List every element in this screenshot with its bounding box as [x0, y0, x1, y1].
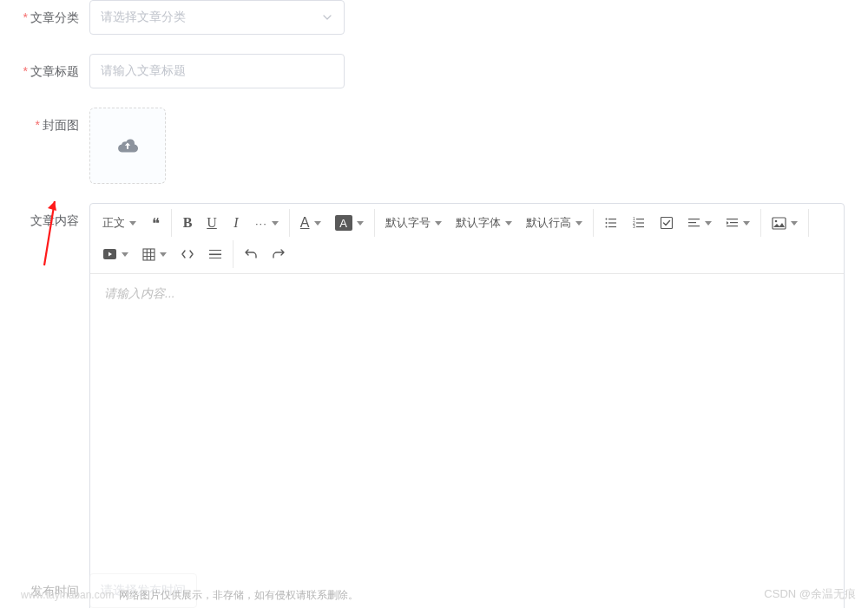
align-icon [687, 217, 700, 230]
svg-rect-12 [661, 218, 672, 229]
svg-point-0 [605, 219, 607, 220]
svg-rect-1 [608, 219, 616, 219]
indent-icon [726, 217, 739, 230]
toolbar-align[interactable] [681, 211, 719, 235]
toolbar-paragraph[interactable]: 正文 [95, 211, 143, 235]
title-input[interactable]: 请输入文章标题 [89, 54, 345, 88]
task-icon [660, 216, 674, 230]
svg-rect-27 [209, 250, 221, 251]
svg-rect-3 [608, 222, 616, 223]
svg-rect-17 [730, 222, 738, 223]
svg-rect-7 [636, 219, 644, 219]
disclaimer-text: www.taymaban.com 网络图片仅供展示，非存储，如有侵权请联系删除。 [21, 588, 358, 603]
toolbar-font-size[interactable]: 默认字号 [378, 211, 449, 235]
list-ol-icon: 123 [632, 216, 646, 230]
table-icon [142, 248, 155, 261]
toolbar-bg-color[interactable]: A [328, 211, 371, 235]
svg-rect-29 [209, 258, 221, 258]
toolbar-image[interactable] [765, 211, 805, 235]
svg-rect-18 [727, 226, 738, 226]
toolbar-task-list[interactable] [653, 211, 681, 235]
toolbar-undo[interactable] [237, 242, 265, 266]
redo-icon [272, 247, 286, 261]
toolbar-table[interactable] [135, 242, 174, 266]
category-select[interactable]: 请选择文章分类 [89, 0, 345, 35]
quote-icon: ❝ [152, 214, 160, 232]
content-label: 文章内容 [13, 203, 89, 238]
undo-icon [244, 247, 258, 261]
chevron-down-icon [321, 11, 333, 23]
svg-rect-13 [688, 219, 700, 219]
toolbar-ordered-list[interactable]: 123 [625, 211, 653, 235]
toolbar-underline[interactable]: U [200, 211, 224, 235]
image-icon [772, 217, 786, 230]
video-icon [102, 248, 117, 260]
toolbar-quote[interactable]: ❝ [143, 211, 168, 235]
toolbar-indent[interactable] [719, 211, 757, 235]
cover-upload[interactable] [89, 108, 166, 184]
cover-label: *封面图 [13, 108, 89, 142]
category-placeholder: 请选择文章分类 [101, 10, 186, 25]
toolbar-redo[interactable] [265, 242, 293, 266]
svg-rect-5 [608, 226, 616, 227]
divider-icon [208, 248, 222, 260]
svg-text:3: 3 [633, 224, 635, 229]
toolbar-font-family[interactable]: 默认字体 [449, 211, 519, 235]
editor-textarea[interactable]: 请输入内容... [90, 274, 844, 608]
category-label: *文章分类 [13, 0, 89, 35]
toolbar-divider[interactable] [201, 242, 229, 266]
watermark-text: CSDN @余温无痕 [764, 586, 856, 602]
toolbar-code[interactable] [174, 242, 201, 266]
code-icon [181, 248, 194, 260]
toolbar-font-color[interactable]: A [293, 211, 328, 235]
rich-text-editor: 正文 ❝ B U I ··· A A [89, 203, 845, 608]
svg-rect-9 [636, 222, 644, 223]
svg-point-4 [605, 226, 607, 228]
editor-toolbar: 正文 ❝ B U I ··· A A [90, 204, 844, 274]
list-ul-icon [604, 216, 618, 230]
upload-cloud-icon [115, 135, 140, 157]
toolbar-italic[interactable]: I [224, 211, 248, 235]
svg-rect-15 [688, 226, 700, 226]
svg-rect-16 [727, 219, 738, 219]
svg-point-20 [774, 219, 777, 222]
svg-rect-11 [636, 226, 644, 227]
svg-rect-14 [688, 222, 696, 223]
title-label: *文章标题 [13, 54, 89, 88]
title-placeholder: 请输入文章标题 [101, 63, 186, 79]
svg-rect-19 [773, 218, 786, 229]
toolbar-bold[interactable]: B [175, 211, 200, 235]
toolbar-more[interactable]: ··· [248, 211, 286, 235]
svg-rect-22 [143, 249, 155, 260]
toolbar-line-height[interactable]: 默认行高 [519, 211, 589, 235]
toolbar-video[interactable] [95, 242, 135, 266]
toolbar-unordered-list[interactable] [597, 211, 625, 235]
editor-placeholder: 请输入内容... [104, 286, 175, 300]
svg-rect-28 [209, 254, 221, 256]
svg-point-2 [605, 222, 607, 224]
